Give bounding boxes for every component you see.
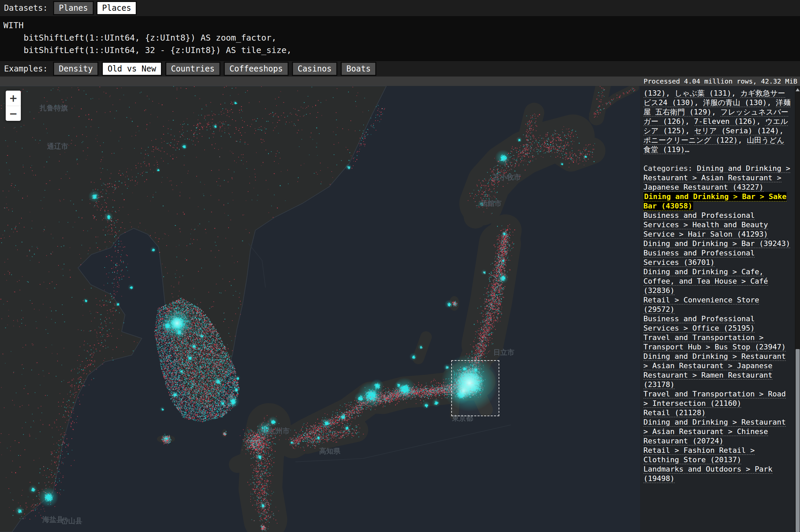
map-container: 扎鲁特旗通辽市苫小牧市函館市日立市東京都北九州市高知県海盐县岱山县 + − [0, 86, 640, 532]
category-item: Travel and Transportation > Transport Hu… [643, 333, 792, 352]
brand-name-link[interactable]: 7-Eleven (126) [694, 117, 756, 126]
category-item: Business and Professional Services > Off… [643, 314, 792, 333]
examples-button-group: DensityOld vs NewCountriesCoffeeshopsCas… [53, 62, 376, 76]
scrollbar-thumb[interactable] [796, 349, 800, 532]
category-link[interactable]: Retail (21128) [643, 408, 706, 417]
dataset-button-planes[interactable]: Planes [53, 1, 94, 15]
brand-name-link[interactable]: 洋服の青山 (130) [703, 98, 767, 107]
category-item: Business and Professional Services > Hea… [643, 211, 792, 239]
datasets-bar: Datasets: PlanesPlaces [0, 0, 800, 16]
sql-editor[interactable]: WITH bitShiftLeft(1::UInt64, {z:UInt8}) … [0, 16, 800, 61]
category-item: Travel and Transportation > Road > Inter… [643, 390, 792, 408]
example-button-countries[interactable]: Countries [165, 62, 220, 76]
example-button-coffeeshops[interactable]: Coffeeshops [224, 62, 289, 76]
category-item: Dining and Drinking > Bar > Sake Bar (43… [643, 192, 792, 211]
brand-name-link[interactable]: ポニークリーニング (122) [643, 136, 738, 145]
sidebar-scrollbar[interactable] [795, 86, 800, 532]
map-zoom-control: + − [6, 91, 21, 121]
category-link[interactable]: Retail > Fashion Retail > Clothing Store… [643, 446, 754, 464]
category-item: Landmarks and Outdoors > Park (19498) [643, 464, 792, 483]
brand-name-link[interactable]: (132) [643, 89, 666, 98]
brand-name-link[interactable]: しゃぶ葉 (131) [675, 89, 731, 98]
category-link[interactable]: Business and Professional Services > Hea… [643, 211, 768, 239]
brand-name-link[interactable]: セリア (Seria) (124) [694, 127, 779, 135]
category-item: Dining and Drinking > Restaurant > Asian… [643, 418, 792, 446]
category-link[interactable]: Dining and Drinking > Restaurant > Asian… [643, 352, 786, 389]
results-sidebar: (132), しゃぶ葉 (131), カギ救急サービス24 (130), 洋服の… [640, 86, 795, 532]
category-link[interactable]: Retail > Convenience Store (29572) [643, 296, 759, 314]
category-item: Dining and Drinking > Bar (39243) [643, 239, 792, 248]
category-item: Business and Professional Services (3670… [643, 248, 792, 267]
category-link[interactable]: Business and Professional Services (3670… [643, 249, 754, 267]
category-item: Retail > Fashion Retail > Clothing Store… [643, 446, 792, 464]
category-link[interactable]: Travel and Transportation > Road > Inter… [643, 390, 786, 408]
rows-processed-text: Processed 4.04 million rows, 42.32 MiB [643, 77, 797, 85]
category-link[interactable]: Dining and Drinking > Bar (39243) [643, 239, 790, 248]
main-content: 扎鲁特旗通辽市苫小牧市函館市日立市東京都北九州市高知県海盐县岱山县 + − (1… [0, 86, 800, 532]
category-item: Dining and Drinking > Restaurant > Asian… [643, 352, 792, 390]
category-link[interactable]: Landmarks and Outdoors > Park (19498) [643, 465, 772, 483]
arrow-up-icon [796, 88, 800, 91]
examples-label: Examples: [4, 64, 48, 74]
category-item: Dining and Drinking > Cafe, Coffee, and … [643, 267, 792, 296]
dataset-button-places[interactable]: Places [96, 1, 137, 15]
category-link[interactable]: Dining and Drinking > Restaurant > Asian… [643, 418, 786, 445]
datasets-label: Datasets: [4, 3, 48, 13]
category-link[interactable]: Dining and Drinking > Cafe, Coffee, and … [643, 267, 768, 295]
category-link[interactable]: Travel and Transportation > Transport Hu… [643, 333, 786, 352]
example-button-boats[interactable]: Boats [341, 62, 376, 76]
scrollbar-up-button[interactable] [795, 87, 800, 93]
top-names-list: (132), しゃぶ葉 (131), カギ救急サービス24 (130), 洋服の… [643, 89, 792, 154]
examples-bar: Examples: DensityOld vs NewCountriesCoff… [0, 61, 800, 77]
map-canvas[interactable] [0, 86, 640, 532]
zoom-out-button[interactable]: − [6, 106, 21, 121]
category-link-highlighted[interactable]: Dining and Drinking > Bar > Sake Bar (43… [643, 192, 786, 211]
category-item: Retail (21128) [643, 408, 792, 418]
example-button-casinos[interactable]: Casinos [292, 62, 337, 76]
example-button-old-vs-new[interactable]: Old vs New [102, 62, 162, 76]
categories-label: Categories: [643, 164, 697, 172]
status-bar: Processed 4.04 million rows, 42.32 MiB [0, 77, 800, 86]
category-item: Retail > Convenience Store (29572) [643, 296, 792, 314]
category-link[interactable]: Business and Professional Services > Off… [643, 315, 754, 332]
map-selection-rectangle [451, 360, 499, 416]
categories-list: Categories: Dining and Drinking > Restau… [643, 164, 792, 483]
datasets-button-group: PlanesPlaces [53, 1, 137, 15]
zoom-in-button[interactable]: + [6, 91, 21, 106]
example-button-density[interactable]: Density [53, 62, 98, 76]
